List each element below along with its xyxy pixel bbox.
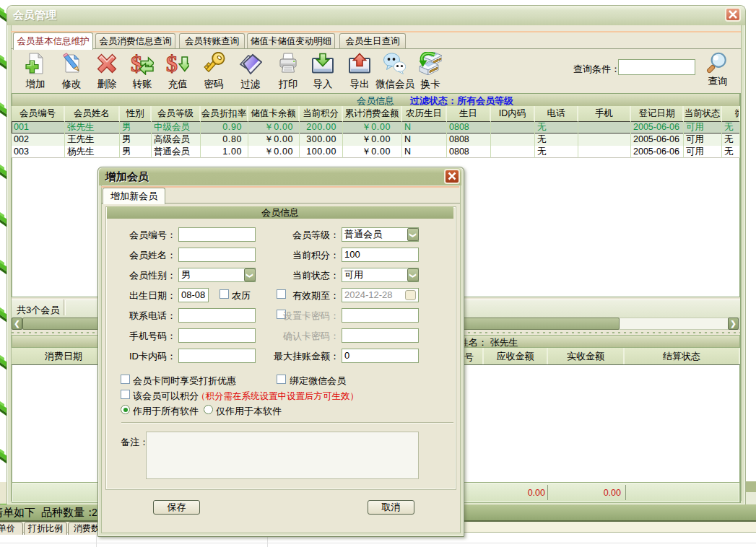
svg-text:$: $: [166, 52, 178, 75]
